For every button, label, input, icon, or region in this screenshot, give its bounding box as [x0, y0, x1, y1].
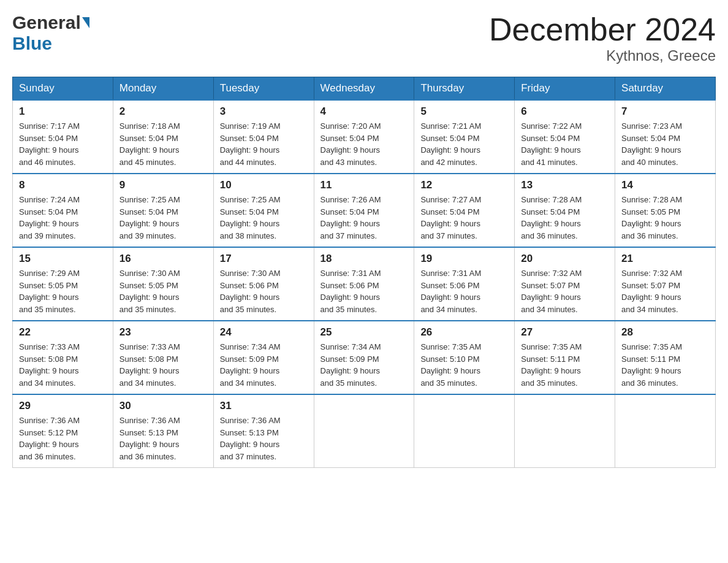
calendar-cell: 19 Sunrise: 7:31 AM Sunset: 5:06 PM Dayl…	[414, 247, 515, 321]
col-tuesday: Tuesday	[213, 77, 314, 101]
calendar-week-1: 1 Sunrise: 7:17 AM Sunset: 5:04 PM Dayli…	[13, 100, 716, 174]
calendar-cell: 7 Sunrise: 7:23 AM Sunset: 5:04 PM Dayli…	[615, 100, 716, 174]
calendar-cell	[515, 394, 615, 468]
daylight-minutes: and 41 minutes.	[521, 158, 578, 167]
day-number: 13	[521, 179, 609, 191]
daylight-minutes: and 35 minutes.	[220, 305, 277, 314]
day-info: Sunrise: 7:33 AM Sunset: 5:08 PM Dayligh…	[119, 341, 207, 389]
daylight-minutes: and 34 minutes.	[420, 305, 477, 314]
calendar-cell: 20 Sunrise: 7:32 AM Sunset: 5:07 PM Dayl…	[515, 247, 615, 321]
day-info: Sunrise: 7:34 AM Sunset: 5:09 PM Dayligh…	[320, 341, 408, 389]
sunset-label: Sunset: 5:05 PM	[621, 207, 680, 216]
daylight-minutes: and 35 minutes.	[19, 305, 76, 314]
calendar-cell: 8 Sunrise: 7:24 AM Sunset: 5:04 PM Dayli…	[13, 174, 113, 247]
sunset-label: Sunset: 5:05 PM	[119, 281, 178, 290]
daylight-minutes: and 37 minutes.	[420, 231, 477, 240]
sunrise-label: Sunrise: 7:22 AM	[521, 121, 582, 131]
day-number: 15	[19, 253, 107, 265]
sunset-label: Sunset: 5:04 PM	[621, 134, 680, 143]
sunset-label: Sunset: 5:08 PM	[19, 354, 78, 364]
calendar-header-row: Sunday Monday Tuesday Wednesday Thursday…	[13, 77, 716, 101]
sunset-label: Sunset: 5:12 PM	[19, 428, 78, 437]
sunset-label: Sunset: 5:13 PM	[220, 428, 279, 437]
daylight-minutes: and 37 minutes.	[220, 452, 277, 461]
day-info: Sunrise: 7:32 AM Sunset: 5:07 PM Dayligh…	[621, 267, 709, 315]
daylight-minutes: and 36 minutes.	[119, 452, 176, 461]
day-info: Sunrise: 7:17 AM Sunset: 5:04 PM Dayligh…	[19, 120, 107, 168]
daylight-label: Daylight: 9 hours	[220, 293, 280, 302]
calendar-cell: 22 Sunrise: 7:33 AM Sunset: 5:08 PM Dayl…	[13, 321, 113, 394]
day-number: 28	[621, 326, 709, 339]
sunset-label: Sunset: 5:10 PM	[420, 354, 479, 364]
daylight-minutes: and 44 minutes.	[220, 158, 277, 167]
day-info: Sunrise: 7:21 AM Sunset: 5:04 PM Dayligh…	[420, 120, 508, 168]
sunrise-label: Sunrise: 7:31 AM	[320, 269, 381, 278]
day-number: 24	[220, 326, 308, 339]
calendar-title: December 2024	[489, 12, 716, 47]
daylight-label: Daylight: 9 hours	[621, 145, 681, 155]
day-info: Sunrise: 7:28 AM Sunset: 5:05 PM Dayligh…	[621, 194, 709, 242]
daylight-label: Daylight: 9 hours	[19, 293, 79, 302]
calendar-cell: 25 Sunrise: 7:34 AM Sunset: 5:09 PM Dayl…	[314, 321, 414, 394]
sunset-label: Sunset: 5:04 PM	[521, 134, 580, 143]
sunset-label: Sunset: 5:08 PM	[119, 354, 178, 364]
sunrise-label: Sunrise: 7:27 AM	[420, 195, 481, 204]
sunset-label: Sunset: 5:04 PM	[320, 134, 379, 143]
sunrise-label: Sunrise: 7:32 AM	[621, 269, 682, 278]
calendar-week-4: 22 Sunrise: 7:33 AM Sunset: 5:08 PM Dayl…	[13, 321, 716, 394]
daylight-label: Daylight: 9 hours	[119, 219, 180, 228]
sunset-label: Sunset: 5:13 PM	[119, 428, 178, 437]
daylight-label: Daylight: 9 hours	[521, 219, 581, 228]
daylight-minutes: and 34 minutes.	[621, 305, 678, 314]
day-number: 2	[119, 105, 207, 118]
daylight-label: Daylight: 9 hours	[420, 145, 480, 155]
sunset-label: Sunset: 5:04 PM	[119, 134, 178, 143]
sunrise-label: Sunrise: 7:24 AM	[19, 195, 80, 204]
sunrise-label: Sunrise: 7:34 AM	[220, 342, 281, 351]
day-info: Sunrise: 7:27 AM Sunset: 5:04 PM Dayligh…	[420, 194, 508, 242]
daylight-label: Daylight: 9 hours	[220, 440, 280, 449]
calendar-week-2: 8 Sunrise: 7:24 AM Sunset: 5:04 PM Dayli…	[13, 174, 716, 247]
sunrise-label: Sunrise: 7:18 AM	[119, 121, 180, 131]
sunset-label: Sunset: 5:09 PM	[220, 354, 279, 364]
day-info: Sunrise: 7:35 AM Sunset: 5:10 PM Dayligh…	[420, 341, 508, 389]
day-info: Sunrise: 7:33 AM Sunset: 5:08 PM Dayligh…	[19, 341, 107, 389]
sunrise-label: Sunrise: 7:30 AM	[119, 269, 180, 278]
daylight-minutes: and 35 minutes.	[320, 378, 377, 388]
daylight-minutes: and 36 minutes.	[621, 378, 678, 388]
calendar-cell: 26 Sunrise: 7:35 AM Sunset: 5:10 PM Dayl…	[414, 321, 515, 394]
sunrise-label: Sunrise: 7:34 AM	[320, 342, 381, 351]
sunrise-label: Sunrise: 7:33 AM	[119, 342, 180, 351]
sunrise-label: Sunrise: 7:35 AM	[621, 342, 682, 351]
daylight-minutes: and 35 minutes.	[320, 305, 377, 314]
daylight-label: Daylight: 9 hours	[420, 219, 480, 228]
calendar-table: Sunday Monday Tuesday Wednesday Thursday…	[12, 77, 716, 468]
daylight-label: Daylight: 9 hours	[119, 145, 180, 155]
daylight-minutes: and 42 minutes.	[420, 158, 477, 167]
day-number: 25	[320, 326, 408, 339]
calendar-cell: 23 Sunrise: 7:33 AM Sunset: 5:08 PM Dayl…	[113, 321, 213, 394]
day-number: 17	[220, 253, 308, 265]
day-number: 26	[420, 326, 508, 339]
sunrise-label: Sunrise: 7:25 AM	[119, 195, 180, 204]
calendar-cell: 14 Sunrise: 7:28 AM Sunset: 5:05 PM Dayl…	[615, 174, 716, 247]
page-header: General Blue December 2024 Kythnos, Gree…	[12, 12, 716, 64]
daylight-label: Daylight: 9 hours	[320, 145, 381, 155]
day-info: Sunrise: 7:36 AM Sunset: 5:12 PM Dayligh…	[19, 415, 107, 462]
day-number: 7	[621, 105, 709, 118]
day-number: 5	[420, 105, 508, 118]
calendar-cell: 17 Sunrise: 7:30 AM Sunset: 5:06 PM Dayl…	[213, 247, 314, 321]
sunset-label: Sunset: 5:06 PM	[420, 281, 479, 290]
day-number: 30	[119, 400, 207, 412]
calendar-cell: 13 Sunrise: 7:28 AM Sunset: 5:04 PM Dayl…	[515, 174, 615, 247]
day-number: 3	[220, 105, 308, 118]
day-number: 27	[521, 326, 609, 339]
daylight-minutes: and 39 minutes.	[19, 231, 76, 240]
sunset-label: Sunset: 5:06 PM	[220, 281, 279, 290]
daylight-label: Daylight: 9 hours	[320, 366, 381, 375]
daylight-label: Daylight: 9 hours	[420, 366, 480, 375]
daylight-label: Daylight: 9 hours	[621, 219, 681, 228]
logo-arrow-icon	[82, 17, 89, 28]
sunrise-label: Sunrise: 7:26 AM	[320, 195, 381, 204]
sunrise-label: Sunrise: 7:33 AM	[19, 342, 80, 351]
